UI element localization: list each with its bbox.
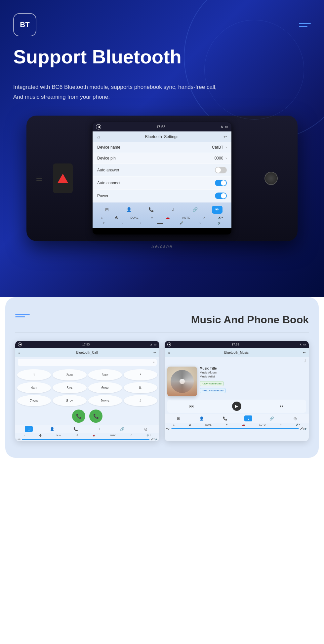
nav-phone-icon[interactable]: 📞 [146,206,156,214]
climate-vol-down[interactable]: 🔉 [218,221,221,225]
music-nav-music[interactable]: ♩ [244,415,252,421]
nav-music-icon[interactable]: ♩ [168,206,178,214]
music-hamburger-menu[interactable] [15,314,30,317]
call-nav-eye[interactable]: ◎ [142,426,150,432]
dual-screens: ◀ 17:53 ∧ ▭ ⌂ Bluetooth_Call ↩ × 1 2ABC … [15,341,309,441]
dial-7[interactable]: 7PQRS [17,395,51,406]
setting-row-auto-answer[interactable]: Auto answer [93,164,231,177]
call-clear-icon[interactable]: × [153,361,155,364]
nav-grid-icon[interactable]: ⊞ [101,206,112,214]
nav-link-icon[interactable]: 🔗 [190,206,200,214]
nav-eye-icon[interactable]: 👁 [212,206,223,214]
dial-1[interactable]: 1 [17,369,51,380]
music-title: Music Title [200,367,306,370]
climate-zero-left: 0 [122,221,123,225]
call-nav-person[interactable]: 👤 [48,426,56,432]
music-nav-link[interactable]: 🔗 [268,415,276,421]
call-nav-music[interactable]: ♩ [95,426,103,432]
call-sys-power[interactable]: ⏻ [39,434,42,437]
dial-5[interactable]: 5JKL [53,382,86,393]
music-sys-snow[interactable]: ❄ [226,423,228,426]
dial-0[interactable]: 0- [124,382,157,393]
call-sys-vol[interactable]: 🔊+ [146,434,151,437]
call-nav-link[interactable]: 🔗 [118,426,126,432]
album-art [167,367,197,396]
call-climate-bar: ↩ 0 𝆕 🎤 0 🔉 [15,437,159,441]
call-home-icon[interactable]: ⌂ [19,351,20,354]
sys-vol-up[interactable]: 🔊+ [218,216,223,219]
music-nav-grid[interactable]: ⊞ [174,415,182,421]
music-nav-person[interactable]: 👤 [198,415,206,421]
music-header: Music And Phone Book [15,314,309,326]
next-button[interactable]: ⏭ [279,403,285,409]
call-signal-icon: ∧ [150,343,152,346]
music-back-arrow[interactable]: ↩ [303,351,305,354]
dial-2[interactable]: 2ABC [53,369,86,380]
music-info: Music Title Music Album Music Artist A2D… [200,367,306,394]
dial-6[interactable]: 6MNO [88,382,122,393]
nav-person-icon[interactable]: 👤 [124,206,134,214]
back-arrow-icon[interactable]: ↩ [223,134,227,139]
hero-description: Integrated with BC6 Bluetooth module, su… [13,82,311,102]
prev-button[interactable]: ⏮ [189,403,194,409]
dial-9[interactable]: 9WXYZ [88,395,122,406]
call-climate-vol[interactable]: 🔉 [155,438,158,441]
music-climate-mic[interactable]: 🎤 [300,427,303,430]
sys-home[interactable]: ⌂ [101,216,102,219]
music-climate-piano: 𝆕 [169,427,170,430]
call-red-button[interactable]: 📞 [89,410,102,423]
power-toggle[interactable] [215,193,227,199]
call-actions: 📞 📞 [15,408,159,425]
music-nav-eye[interactable]: ◎ [291,415,299,421]
sys-snow[interactable]: ❄ [151,216,153,219]
music-sys-auto: AUTO [259,424,265,426]
device-pin-value: 0000 › [215,156,227,161]
dial-3[interactable]: 3DEF [88,369,122,380]
call-sys-home[interactable]: ⌂ [24,434,25,437]
dial-4[interactable]: 4GHI [17,382,51,393]
play-button[interactable]: ▶ [232,402,241,411]
home-icon[interactable]: ⌂ [97,134,100,139]
music-back-btn[interactable]: ◀ [167,342,171,346]
call-back-arrow[interactable]: ↩ [153,351,156,354]
dial-8[interactable]: 8TUV [53,395,86,406]
music-battery-icon: ▭ [303,343,306,346]
dial-hash[interactable]: # [124,395,157,406]
setting-row-device-name[interactable]: Device name CarBT › [93,142,231,153]
music-nav-phone[interactable]: 📞 [221,415,229,421]
call-input-bar[interactable]: × [18,359,157,366]
music-sys-vol[interactable]: 🔊+ [296,423,300,426]
climate-back[interactable]: ↩ [103,221,105,225]
auto-answer-toggle[interactable] [215,167,227,173]
sys-auto: AUTO [182,216,190,219]
music-home-icon[interactable]: ⌂ [168,351,170,354]
music-album: Music Album [200,371,306,374]
music-time: 17:53 [232,343,239,346]
music-sys-home[interactable]: ⌂ [173,424,175,426]
music-sys-power[interactable]: ⏻ [189,424,191,426]
auto-connect-toggle[interactable] [215,180,227,186]
call-back-btn[interactable]: ◀ [18,342,22,346]
setting-row-power[interactable]: Power [93,190,231,202]
music-sys-car: 🚗 [242,423,245,426]
call-green-button[interactable]: 📞 [72,410,85,423]
call-climate-mic[interactable]: 🎤 [151,438,154,441]
dial-star[interactable]: * [124,369,157,380]
setting-row-auto-connect[interactable]: Auto connect [93,177,231,190]
hamburger-menu[interactable] [299,23,311,27]
sys-dual: DUAL [131,216,139,219]
sys-power[interactable]: ⏻ [115,216,118,219]
back-button[interactable]: ◀ [96,124,101,129]
climate-progress: ▬▬ [157,221,163,225]
call-sys-snow[interactable]: ❄ [76,434,78,437]
climate-mic[interactable]: 🎤 [180,221,183,225]
signal-icon: ∧ [221,125,223,129]
setting-row-device-pin[interactable]: Device pin 0000 › [93,153,231,164]
device-name-value: CarBT › [212,145,227,150]
call-nav-phone[interactable]: 📞 [72,426,80,432]
bt-logo: BT [13,13,36,36]
music-nav: ⊞ 👤 📞 ♩ 🔗 ◎ [165,414,309,423]
music-climate-vol[interactable]: 🔉 [304,427,307,430]
climate-zero-right: 0 [200,221,201,225]
call-nav-grid[interactable]: ⊞ [25,426,33,432]
